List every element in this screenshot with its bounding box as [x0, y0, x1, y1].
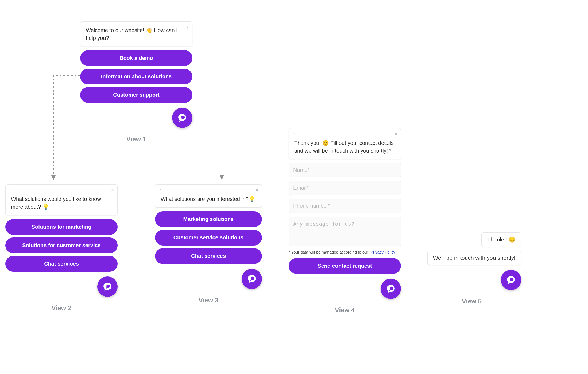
option-customer-service-solutions[interactable]: Customer service solutions: [155, 230, 262, 246]
back-icon[interactable]: ←: [9, 187, 14, 192]
message-field[interactable]: [289, 217, 401, 246]
chat-fab[interactable]: [97, 276, 118, 297]
back-icon[interactable]: ←: [293, 131, 297, 136]
option-stack: Book a demo Information about solutions …: [80, 50, 192, 103]
back-icon[interactable]: ←: [159, 187, 164, 192]
view-4: ← × Thank you! 😊 Fill out your contact d…: [289, 128, 401, 314]
svg-marker-0: [51, 175, 56, 180]
chat-bubble-icon: [102, 281, 113, 292]
chat-bubble-icon: [177, 112, 188, 123]
option-stack: Marketing solutions Customer service sol…: [155, 211, 262, 264]
view-label: View 4: [335, 306, 355, 314]
chat-fab[interactable]: [501, 270, 521, 290]
option-chat-services[interactable]: Chat services: [5, 256, 118, 272]
chat-bubble-icon: [385, 283, 396, 294]
chat-bubble-icon: [246, 273, 257, 285]
followup-bubble: We'll be in touch with you shortly!: [427, 251, 521, 265]
contact-message: Thank you! 😊 Fill out your contact detai…: [294, 139, 395, 155]
send-contact-request-button[interactable]: Send contact request: [289, 258, 401, 274]
view-label: View 2: [52, 304, 71, 312]
welcome-message: Welcome to our website! 👋 How can I help…: [86, 26, 187, 42]
svg-marker-1: [220, 175, 224, 180]
interest-message: What solutions are you interested in?💡: [161, 195, 256, 203]
close-icon[interactable]: ×: [186, 24, 189, 30]
view-label: View 5: [462, 298, 482, 305]
email-field[interactable]: [289, 181, 401, 195]
svg-point-4: [106, 285, 110, 288]
privacy-note: * Your data will be managed according to…: [289, 250, 401, 254]
option-customer-support[interactable]: Customer support: [80, 87, 192, 103]
close-icon[interactable]: ×: [255, 187, 258, 193]
option-info-solutions[interactable]: Information about solutions: [80, 69, 192, 84]
option-stack: Solutions for marketing Solutions for cu…: [5, 219, 118, 272]
svg-point-3: [181, 116, 185, 119]
thanks-bubble: Thanks! 😊: [481, 232, 521, 247]
option-chat-services[interactable]: Chat services: [155, 248, 262, 264]
option-marketing-solutions[interactable]: Marketing solutions: [155, 211, 262, 227]
view-1: × Welcome to our website! 👋 How can I he…: [80, 21, 192, 143]
svg-point-6: [390, 287, 393, 290]
chat-fab[interactable]: [381, 279, 401, 299]
chat-bubble-icon: [505, 274, 517, 286]
privacy-prefix: * Your data will be managed according to…: [289, 250, 368, 254]
view-3: ← × What solutions are you interested in…: [155, 184, 262, 304]
phone-field[interactable]: [289, 199, 401, 213]
privacy-policy-link[interactable]: Privacy Policy: [370, 250, 395, 254]
contact-card: ← × Thank you! 😊 Fill out your contact d…: [289, 128, 401, 159]
option-book-demo[interactable]: Book a demo: [80, 50, 192, 66]
view-label: View 3: [199, 297, 218, 304]
chat-fab[interactable]: [172, 108, 192, 128]
chat-fab[interactable]: [242, 269, 262, 289]
interest-card: ← × What solutions are you interested in…: [155, 184, 262, 208]
svg-point-7: [510, 278, 513, 281]
solutions-message: What solutions would you like to know mo…: [11, 195, 112, 211]
view-label: View 1: [126, 135, 146, 143]
option-marketing-solutions[interactable]: Solutions for marketing: [5, 219, 118, 235]
solutions-card: ← × What solutions would you like to kno…: [5, 184, 118, 215]
svg-point-5: [251, 277, 254, 280]
view-5: Thanks! 😊 We'll be in touch with you sho…: [422, 232, 521, 305]
close-icon[interactable]: ×: [394, 131, 397, 137]
close-icon[interactable]: ×: [111, 187, 114, 193]
name-field[interactable]: [289, 163, 401, 177]
diagram-canvas: × Welcome to our website! 👋 How can I he…: [0, 0, 588, 374]
option-customer-service-solutions[interactable]: Solutions for customer service: [5, 237, 118, 253]
welcome-card: × Welcome to our website! 👋 How can I he…: [80, 21, 192, 46]
view-2: ← × What solutions would you like to kno…: [5, 184, 118, 312]
